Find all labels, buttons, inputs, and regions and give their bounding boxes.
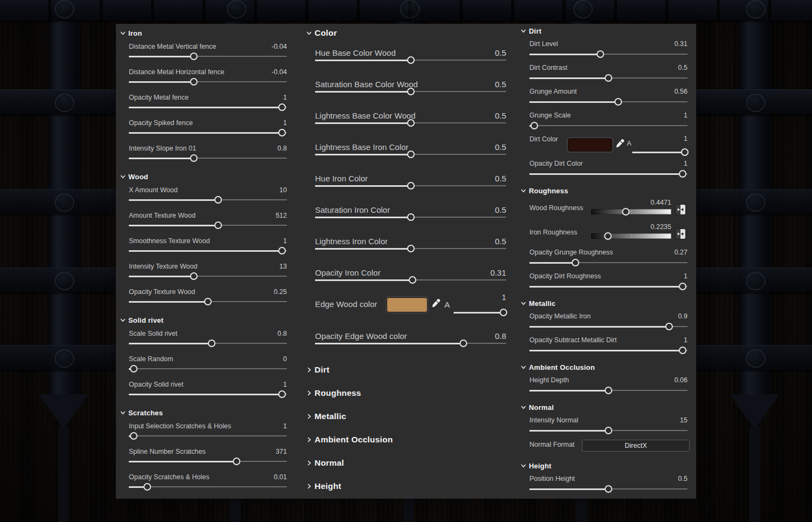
section-header-color[interactable]: Color bbox=[315, 27, 506, 39]
slider-knob[interactable] bbox=[407, 182, 415, 190]
slider-track[interactable] bbox=[129, 390, 287, 399]
slider-knob[interactable] bbox=[531, 122, 538, 129]
slider-track[interactable] bbox=[129, 77, 287, 86]
section-header-metallic[interactable]: Metallic bbox=[315, 404, 506, 428]
slider-track[interactable] bbox=[529, 386, 687, 395]
slider-track[interactable] bbox=[129, 195, 287, 204]
slider-track[interactable] bbox=[315, 150, 506, 159]
slider-track[interactable] bbox=[529, 282, 687, 291]
slider-track[interactable] bbox=[529, 97, 687, 106]
section-header-ambient-occlusion[interactable]: Ambient Occlusion bbox=[529, 361, 687, 373]
slider-knob[interactable] bbox=[679, 170, 686, 178]
slider-knob[interactable] bbox=[614, 98, 622, 106]
slider-track[interactable] bbox=[632, 148, 687, 156]
section-header-roughness[interactable]: Roughness bbox=[315, 381, 506, 404]
slider-knob[interactable] bbox=[605, 485, 612, 493]
slider-track[interactable] bbox=[129, 364, 287, 373]
slider-track[interactable] bbox=[129, 52, 287, 61]
slider-knob[interactable] bbox=[407, 119, 415, 127]
slider-track[interactable] bbox=[454, 308, 506, 317]
slider-knob[interactable] bbox=[407, 56, 415, 64]
slider-knob[interactable] bbox=[190, 78, 198, 86]
section-header-dirt[interactable]: Dirt bbox=[529, 25, 687, 37]
slider-knob[interactable] bbox=[409, 276, 416, 284]
slider-track[interactable] bbox=[529, 322, 687, 331]
slider-knob[interactable] bbox=[190, 154, 198, 162]
slider-track[interactable] bbox=[315, 213, 506, 221]
eyedropper-icon[interactable] bbox=[432, 299, 440, 309]
slider-knob[interactable] bbox=[597, 50, 604, 58]
gradient-slider-track[interactable] bbox=[591, 209, 671, 214]
slider-knob[interactable] bbox=[605, 387, 612, 394]
section-header-iron[interactable]: Iron bbox=[129, 27, 287, 39]
slider-track[interactable] bbox=[129, 432, 287, 440]
color-swatch[interactable] bbox=[568, 138, 612, 152]
slider-track[interactable] bbox=[129, 482, 287, 491]
slider-knob[interactable] bbox=[278, 103, 286, 111]
section-header-metallic[interactable]: Metallic bbox=[529, 297, 687, 309]
slider-track[interactable] bbox=[315, 276, 506, 284]
slider-track[interactable] bbox=[529, 426, 687, 435]
slider-track[interactable] bbox=[315, 56, 506, 64]
slider-track[interactable] bbox=[529, 121, 687, 130]
slider-knob[interactable] bbox=[190, 272, 198, 280]
slider-knob[interactable] bbox=[605, 74, 612, 82]
slider-track[interactable] bbox=[129, 457, 287, 466]
slider-knob[interactable] bbox=[500, 309, 507, 316]
section-header-normal[interactable]: Normal bbox=[529, 401, 687, 413]
gradient-range-button[interactable] bbox=[676, 229, 685, 239]
section-header-wood[interactable]: Wood bbox=[129, 171, 287, 182]
section-header-roughness[interactable]: Roughness bbox=[529, 185, 687, 197]
slider-knob[interactable] bbox=[214, 221, 222, 229]
section-header-scratches[interactable]: Scratches bbox=[129, 407, 287, 419]
slider-knob[interactable] bbox=[278, 390, 286, 398]
slider-knob[interactable] bbox=[679, 283, 686, 290]
slider-track[interactable] bbox=[315, 181, 506, 190]
slider-knob[interactable] bbox=[407, 245, 415, 252]
slider-track[interactable] bbox=[529, 74, 687, 82]
slider-track[interactable] bbox=[129, 272, 287, 280]
slider-track[interactable] bbox=[529, 346, 687, 355]
gradient-slider-track[interactable] bbox=[591, 233, 671, 239]
slider-track[interactable] bbox=[529, 169, 687, 178]
slider-knob[interactable] bbox=[460, 340, 467, 347]
eyedropper-icon[interactable] bbox=[616, 139, 624, 149]
slider-track[interactable] bbox=[129, 128, 287, 137]
slider-knob[interactable] bbox=[278, 247, 286, 255]
slider-track[interactable] bbox=[129, 221, 287, 230]
normal-format-dropdown[interactable]: DirectX bbox=[582, 440, 690, 452]
slider-knob[interactable] bbox=[622, 208, 630, 216]
section-header-normal[interactable]: Normal bbox=[315, 451, 506, 474]
slider-track[interactable] bbox=[529, 258, 687, 267]
slider-knob[interactable] bbox=[233, 458, 240, 465]
slider-knob[interactable] bbox=[665, 323, 673, 330]
slider-track[interactable] bbox=[529, 50, 687, 58]
slider-track[interactable] bbox=[129, 246, 287, 255]
slider-track[interactable] bbox=[129, 154, 287, 162]
slider-knob[interactable] bbox=[190, 53, 198, 60]
section-header-dirt[interactable]: Dirt bbox=[315, 358, 506, 381]
slider-track[interactable] bbox=[315, 119, 506, 127]
slider-track[interactable] bbox=[129, 297, 287, 306]
slider-track[interactable] bbox=[529, 485, 687, 493]
section-header-height[interactable]: Height bbox=[529, 460, 687, 472]
slider-track[interactable] bbox=[315, 339, 506, 348]
slider-knob[interactable] bbox=[572, 259, 579, 266]
slider-knob[interactable] bbox=[407, 151, 415, 158]
color-swatch[interactable] bbox=[387, 297, 428, 312]
section-header-ambient-occlusion[interactable]: Ambient Occlusion bbox=[315, 428, 506, 451]
slider-knob[interactable] bbox=[204, 298, 212, 305]
section-header-solid-rivet[interactable]: Solid rivet bbox=[129, 314, 287, 326]
slider-knob[interactable] bbox=[604, 232, 612, 240]
slider-knob[interactable] bbox=[681, 148, 689, 156]
slider-knob[interactable] bbox=[143, 483, 151, 491]
slider-track[interactable] bbox=[129, 339, 287, 348]
slider-track[interactable] bbox=[315, 244, 506, 253]
slider-knob[interactable] bbox=[605, 427, 612, 434]
slider-knob[interactable] bbox=[130, 365, 137, 373]
slider-knob[interactable] bbox=[679, 347, 686, 354]
gradient-range-button[interactable] bbox=[676, 205, 685, 214]
slider-knob[interactable] bbox=[214, 196, 222, 204]
section-header-height[interactable]: Height bbox=[315, 474, 506, 498]
slider-knob[interactable] bbox=[407, 213, 415, 221]
